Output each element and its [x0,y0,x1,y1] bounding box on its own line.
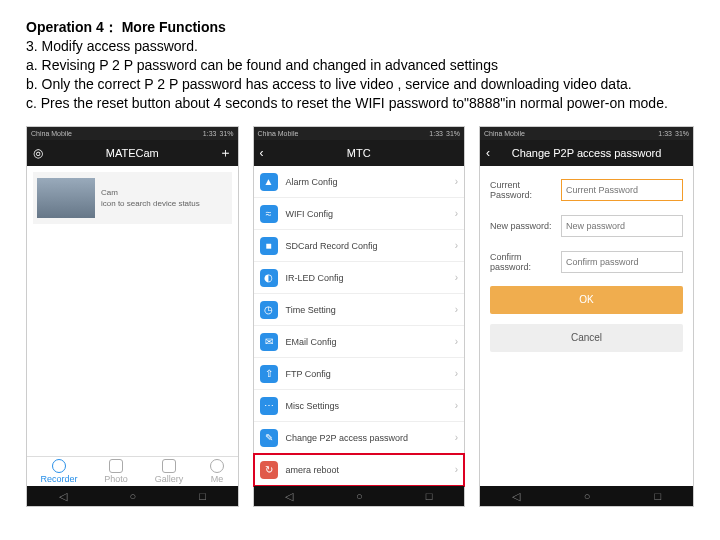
phone-1: China Mobile 1:3331% ◎ MATECam ＋ Cam ico… [26,126,239,507]
row-label: SDCard Record Config [286,241,378,251]
row-icon: ⋯ [260,397,278,415]
back-icon[interactable]: ◁ [285,490,293,503]
device-sub: icon to search device status [101,198,200,209]
recent-icon[interactable]: □ [426,490,433,502]
bottom-nav: Recorder Photo Gallery Me [27,456,238,486]
back-icon[interactable]: ◁ [59,490,67,503]
app-bar: ◎ MATECam ＋ [27,140,238,166]
back-icon[interactable]: ‹ [260,146,264,160]
settings-row[interactable]: ✉EMail Config› [254,326,465,358]
home-icon[interactable]: ○ [130,490,137,502]
back-icon[interactable]: ◁ [512,490,520,503]
settings-row[interactable]: ⋯Misc Settings› [254,390,465,422]
device-name: Cam [101,187,200,198]
chevron-right-icon: › [455,240,458,251]
recorder-icon [52,459,66,473]
line-b: b. Only the correct P 2 P password has a… [26,76,632,92]
chevron-right-icon: › [455,176,458,187]
recent-icon[interactable]: □ [654,490,661,502]
row-icon: ≈ [260,205,278,223]
cancel-button[interactable]: Cancel [490,324,683,352]
battery: 31% [219,130,233,137]
row-icon: ⇧ [260,365,278,383]
tab-recorder[interactable]: Recorder [40,459,77,484]
android-nav: ◁ ○ □ [480,486,693,506]
home-icon[interactable]: ○ [356,490,363,502]
password-form: Current Password: New password: Confirm … [480,166,693,368]
device-card[interactable]: Cam icon to search device status [33,172,232,224]
chevron-right-icon: › [455,336,458,347]
carrier: China Mobile [258,130,299,137]
current-password-field: Current Password: [490,176,683,204]
battery: 31% [675,130,689,137]
app-title: MTC [347,147,371,159]
row-label: Time Setting [286,305,336,315]
settings-row[interactable]: ◷Time Setting› [254,294,465,326]
device-thumbnail [37,178,95,218]
chevron-right-icon: › [455,432,458,443]
battery: 31% [446,130,460,137]
line-a: a. Revising P 2 P password can be found … [26,57,498,73]
instruction-text: Operation 4： More Functions 3. Modify ac… [26,18,694,112]
settings-row[interactable]: ▲Alarm Config› [254,166,465,198]
row-label: Change P2P access password [286,433,408,443]
current-password-input[interactable] [561,179,683,201]
chevron-right-icon: › [455,208,458,219]
tab-me[interactable]: Me [210,459,224,484]
new-password-input[interactable] [561,215,683,237]
settings-row[interactable]: ■SDCard Record Config› [254,230,465,262]
settings-row[interactable]: ⇧FTP Config› [254,358,465,390]
row-label: amera reboot [286,465,340,475]
confirm-password-field: Confirm password: [490,248,683,276]
home-icon[interactable]: ○ [584,490,591,502]
new-password-label: New password: [490,221,561,231]
clock: 1:33 [658,130,672,137]
row-icon: ✎ [260,429,278,447]
ok-button[interactable]: OK [490,286,683,314]
back-icon[interactable]: ‹ [486,146,490,160]
row-icon: ◷ [260,301,278,319]
row-icon: ◐ [260,269,278,287]
clock: 1:33 [203,130,217,137]
app-title: MATECam [106,147,159,159]
chevron-right-icon: › [455,272,458,283]
line-c: c. Pres the reset button about 4 seconds… [26,95,668,111]
row-label: FTP Config [286,369,331,379]
line-3: 3. Modify access password. [26,38,198,54]
android-nav: ◁ ○ □ [27,486,238,506]
settings-row[interactable]: ↻amera reboot› [254,454,465,486]
row-label: EMail Config [286,337,337,347]
row-label: Misc Settings [286,401,340,411]
row-label: WIFI Config [286,209,334,219]
chevron-right-icon: › [455,400,458,411]
chevron-right-icon: › [455,304,458,315]
android-nav: ◁ ○ □ [254,486,465,506]
settings-row[interactable]: ✎Change P2P access password› [254,422,465,454]
phone-3: China Mobile 1:3331% ‹ Change P2P access… [479,126,694,507]
chevron-right-icon: › [455,464,458,475]
settings-row[interactable]: ◐IR-LED Config› [254,262,465,294]
add-icon[interactable]: ＋ [219,144,232,162]
row-label: IR-LED Config [286,273,344,283]
me-icon [210,459,224,473]
phone-2: China Mobile 1:3331% ‹ MTC ▲Alarm Config… [253,126,466,507]
status-bar: China Mobile 1:3331% [254,127,465,140]
confirm-password-input[interactable] [561,251,683,273]
row-icon: ▲ [260,173,278,191]
new-password-field: New password: [490,212,683,240]
settings-row[interactable]: ≈WIFI Config› [254,198,465,230]
clock: 1:33 [429,130,443,137]
recent-icon[interactable]: □ [199,490,206,502]
tab-photo[interactable]: Photo [104,459,128,484]
row-icon: ✉ [260,333,278,351]
settings-list: ▲Alarm Config›≈WIFI Config›■SDCard Recor… [254,166,465,486]
status-bar: China Mobile 1:3331% [27,127,238,140]
photo-icon [109,459,123,473]
gallery-icon [162,459,176,473]
current-password-label: Current Password: [490,180,561,200]
heading: Operation 4： More Functions [26,19,226,35]
row-icon: ↻ [260,461,278,479]
tab-gallery[interactable]: Gallery [155,459,184,484]
app-bar: ‹ MTC [254,140,465,166]
carrier: China Mobile [31,130,72,137]
